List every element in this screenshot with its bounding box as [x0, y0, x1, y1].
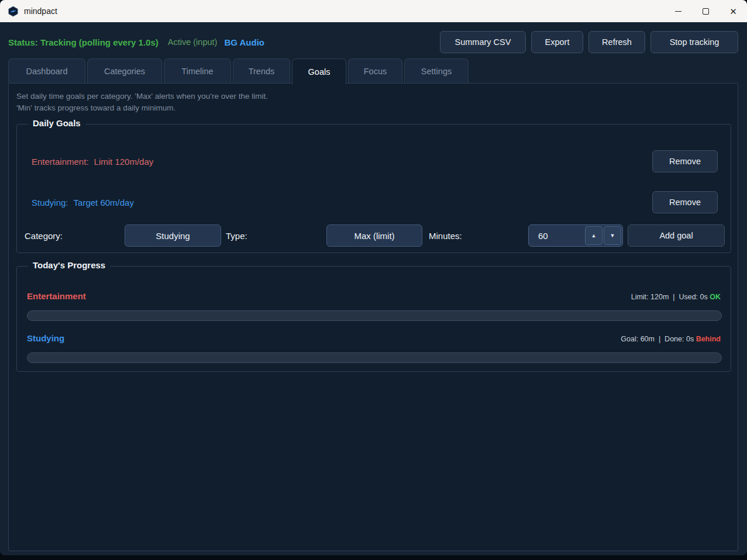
tab-goals[interactable]: Goals [292, 58, 346, 84]
tab-dashboard[interactable]: Dashboard [8, 58, 85, 83]
goals-tab-pane: Set daily time goals per category. 'Max'… [8, 83, 738, 551]
progress-status-badge: OK [710, 293, 721, 301]
app-window: mindpact ✕ Status: Tracking (polling eve… [0, 0, 747, 555]
bg-audio-label: BG Audio [224, 37, 264, 47]
spin-down-button[interactable]: ▼ [604, 226, 621, 245]
export-button[interactable]: Export [531, 31, 583, 53]
daily-goals-groupbox: Daily Goals Entertainment:Limit 120m/day… [16, 124, 731, 253]
minutes-spinner-value: 60 [538, 231, 585, 241]
progress-bar-studying [27, 352, 722, 363]
window-title: mindpact [24, 6, 57, 16]
goal-row-entertainment: Entertainment:Limit 120m/day Remove [17, 150, 731, 172]
remove-goal-button-studying[interactable]: Remove [652, 191, 718, 213]
category-select-value: Studying [156, 231, 190, 241]
goal-category-label: Entertainment: [32, 157, 89, 167]
goal-category-label: Studying: [32, 198, 68, 208]
progress-bar-entertainment [27, 310, 722, 321]
tab-trends[interactable]: Trends [233, 58, 290, 83]
app-logo-icon [8, 6, 19, 17]
minimize-icon [675, 11, 681, 12]
goal-detail-label: Target 60m/day [74, 198, 134, 208]
close-icon: ✕ [729, 7, 737, 16]
maximize-icon [703, 8, 709, 15]
tab-settings[interactable]: Settings [404, 58, 469, 83]
tab-categories[interactable]: Categories [87, 58, 162, 83]
progress-header-entertainment: Entertainment Limit: 120m | Used: 0s OK [27, 291, 721, 303]
refresh-button[interactable]: Refresh [588, 31, 645, 53]
add-goal-button[interactable]: Add goal [628, 224, 725, 247]
todays-progress-title: Today's Progress [28, 260, 110, 270]
maximize-button[interactable] [692, 0, 720, 22]
active-input-label: Active (input) [168, 37, 218, 47]
progress-stats-text: Goal: 60m | Done: 0s [621, 335, 694, 343]
goals-description-line1: Set daily time goals per category. 'Max'… [16, 91, 268, 102]
goal-text-entertainment: Entertainment:Limit 120m/day [32, 157, 153, 167]
stop-tracking-button[interactable]: Stop tracking [650, 31, 738, 53]
summary-csv-button[interactable]: Summary CSV [440, 31, 526, 53]
progress-header-studying: Studying Goal: 60m | Done: 0s Behind [27, 333, 721, 345]
titlebar: mindpact ✕ [0, 0, 747, 22]
header-row: Status: Tracking (polling every 1.0s) Ac… [0, 27, 747, 57]
tracking-status-text: Status: Tracking (polling every 1.0s) [8, 37, 159, 47]
remove-goal-button-entertainment[interactable]: Remove [652, 150, 718, 172]
close-button[interactable]: ✕ [720, 0, 747, 22]
progress-stats-text: Limit: 120m | Used: 0s [631, 293, 708, 301]
goal-detail-label: Limit 120m/day [94, 157, 154, 167]
type-select-value: Max (limit) [354, 231, 394, 241]
progress-stats: Goal: 60m | Done: 0s Behind [621, 335, 721, 343]
type-select[interactable]: Max (limit) [326, 224, 422, 247]
tab-timeline[interactable]: Timeline [164, 58, 231, 83]
arrow-up-icon: ▲ [591, 233, 597, 238]
daily-goals-title: Daily Goals [28, 118, 85, 128]
minimize-button[interactable] [665, 0, 692, 22]
goal-text-studying: Studying:Target 60m/day [32, 198, 134, 208]
goal-row-studying: Studying:Target 60m/day Remove [17, 191, 731, 213]
add-goal-form: Category: Studying Type: Max (limit) Min… [17, 224, 731, 247]
category-select[interactable]: Studying [125, 224, 221, 247]
tab-focus[interactable]: Focus [348, 58, 402, 83]
goals-description-line2: 'Min' tracks progress toward a daily min… [16, 102, 268, 114]
progress-name: Studying [27, 333, 64, 343]
minutes-label: Minutes: [429, 231, 462, 241]
header-buttons: Summary CSV Export Refresh Stop tracking [440, 31, 738, 53]
progress-name: Entertainment [27, 291, 86, 301]
category-label: Category: [25, 231, 63, 241]
window-controls: ✕ [665, 0, 747, 22]
spin-up-button[interactable]: ▲ [585, 226, 603, 245]
todays-progress-groupbox: Today's Progress Entertainment Limit: 12… [16, 266, 731, 372]
progress-status-badge: Behind [696, 335, 721, 343]
progress-stats: Limit: 120m | Used: 0s OK [631, 293, 721, 301]
tab-bar: Dashboard Categories Timeline Trends Goa… [8, 58, 469, 84]
minutes-spinner[interactable]: 60 ▲ ▼ [528, 224, 623, 247]
goals-description: Set daily time goals per category. 'Max'… [16, 91, 268, 114]
type-label: Type: [226, 231, 247, 241]
arrow-down-icon: ▼ [610, 233, 615, 238]
